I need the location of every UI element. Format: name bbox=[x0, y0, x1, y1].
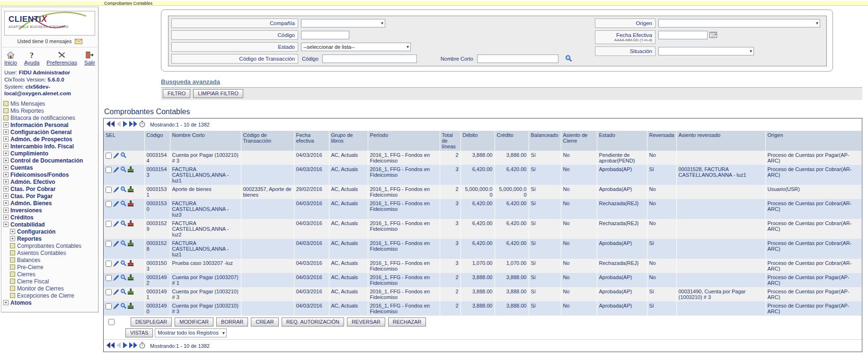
help-button[interactable]: ? Ayuda bbox=[24, 51, 39, 65]
crear-button[interactable]: CREAR bbox=[251, 318, 279, 327]
row-checkbox[interactable] bbox=[106, 153, 112, 159]
approval-stamp-icon-green[interactable] bbox=[127, 303, 134, 310]
approval-stamp-icon-red[interactable] bbox=[127, 220, 134, 227]
edit-pencil-icon[interactable] bbox=[113, 200, 119, 208]
approval-stamp-icon-red[interactable] bbox=[127, 260, 134, 267]
expand-plus-icon[interactable]: + bbox=[3, 193, 9, 199]
view-magnifier-icon[interactable] bbox=[120, 303, 126, 310]
req-autorizaci-n-button[interactable]: REQ. AUTORIZACIÓN bbox=[282, 318, 344, 327]
edit-pencil-icon[interactable] bbox=[113, 220, 119, 227]
edit-pencil-icon[interactable] bbox=[113, 303, 119, 310]
view-magnifier-icon[interactable] bbox=[120, 220, 126, 227]
desplegar-button[interactable]: DESPLEGAR bbox=[131, 318, 172, 327]
row-checkbox[interactable] bbox=[106, 303, 112, 309]
view-magnifier-icon[interactable] bbox=[120, 260, 126, 267]
sidebar-item-asientos-contables[interactable]: Asientos Contables bbox=[10, 249, 97, 256]
company-select[interactable] bbox=[301, 19, 385, 27]
approval-stamp-icon-green[interactable] bbox=[127, 289, 134, 296]
next-page-icon[interactable] bbox=[123, 342, 128, 349]
expand-plus-icon[interactable]: + bbox=[3, 300, 9, 305]
approval-stamp-icon-green[interactable] bbox=[127, 166, 134, 173]
sidebar-item-pre-cierre[interactable]: Pre-Cierre bbox=[10, 263, 97, 271]
sidebar-item-intercambio-info-fiscal[interactable]: +Intercambio Info. Fiscal bbox=[3, 143, 97, 150]
first-page-icon[interactable] bbox=[106, 342, 115, 349]
row-checkbox[interactable] bbox=[106, 187, 112, 193]
view-magnifier-icon[interactable] bbox=[120, 186, 126, 193]
next-page-icon[interactable] bbox=[123, 121, 128, 128]
origen-select[interactable] bbox=[658, 19, 820, 27]
vistas-button[interactable]: VISTAS bbox=[125, 328, 153, 337]
preferences-button[interactable]: Preferencias bbox=[46, 51, 77, 65]
estado-select[interactable]: --seleccionar de lista-- bbox=[301, 43, 411, 51]
sidebar-item-configuraci-n[interactable]: +Configuración bbox=[10, 228, 97, 235]
sidebar-item-balances[interactable]: Balances bbox=[10, 256, 97, 263]
view-magnifier-icon[interactable] bbox=[120, 240, 126, 247]
situacion-select[interactable] bbox=[658, 47, 754, 55]
sidebar-item-adm-n-efectivo[interactable]: +Admón. Efectivo bbox=[3, 178, 97, 185]
sidebar-item-inversiones[interactable]: +Inversiones bbox=[3, 207, 97, 214]
sidebar-item-fideicomisos-fondos[interactable]: +Fideicomisos/Fondos bbox=[3, 171, 97, 178]
limpiar-filtro-button[interactable]: LIMPIAR FILTRO bbox=[193, 89, 243, 98]
sidebar-item-mis-mensajes[interactable]: Mis Mensajes bbox=[3, 100, 97, 107]
expand-plus-icon[interactable]: + bbox=[3, 136, 9, 142]
first-page-icon[interactable] bbox=[106, 121, 115, 128]
expand-plus-icon[interactable]: + bbox=[3, 151, 9, 156]
row-checkbox[interactable] bbox=[106, 289, 112, 295]
filtro-button[interactable]: FILTRO bbox=[163, 89, 190, 98]
sidebar-item-atomos[interactable]: +Atomos bbox=[3, 299, 97, 306]
sidebar-item-informaci-n-personal[interactable]: +Información Personal bbox=[3, 121, 97, 128]
fecha-input[interactable] bbox=[658, 31, 708, 39]
edit-pencil-icon[interactable] bbox=[113, 186, 119, 193]
sidebar-item-mis-reportes[interactable]: Mis Reportes bbox=[3, 107, 97, 114]
prev-page-icon[interactable] bbox=[116, 121, 121, 128]
approval-stamp-icon-green[interactable] bbox=[127, 186, 134, 193]
expand-plus-icon[interactable]: + bbox=[3, 165, 9, 170]
sidebar-item-reportes[interactable]: +Reportes bbox=[10, 235, 97, 242]
expand-plus-icon[interactable]: + bbox=[3, 215, 9, 220]
sidebar-item-configuraci-n-general[interactable]: +Configuración General bbox=[3, 128, 97, 136]
view-magnifier-icon[interactable] bbox=[120, 289, 126, 296]
exit-button[interactable]: Salir bbox=[84, 51, 95, 65]
prev-page-icon[interactable] bbox=[116, 342, 121, 349]
refresh-timer-icon[interactable] bbox=[139, 342, 146, 350]
row-checkbox[interactable] bbox=[106, 221, 112, 227]
expand-plus-icon[interactable]: + bbox=[3, 186, 9, 191]
view-magnifier-icon[interactable] bbox=[120, 274, 126, 281]
sidebar-item-monitor-de-cierres[interactable]: Monitor de Cierres bbox=[10, 285, 97, 292]
sidebar-item-cumplimiento[interactable]: +Cumplimiento bbox=[3, 150, 97, 157]
edit-pencil-icon[interactable] bbox=[113, 166, 119, 173]
expand-plus-icon[interactable]: + bbox=[3, 129, 9, 135]
code-input[interactable] bbox=[301, 31, 349, 39]
sidebar-item-cierres[interactable]: Cierres bbox=[10, 271, 97, 278]
expand-plus-icon[interactable]: + bbox=[3, 158, 9, 163]
expand-plus-icon[interactable]: + bbox=[3, 144, 9, 149]
expand-plus-icon[interactable]: + bbox=[3, 200, 9, 206]
advanced-search-link[interactable]: Busqueda avanzada bbox=[161, 78, 220, 85]
calendar-icon[interactable] bbox=[709, 31, 717, 39]
sidebar-item-bitacora-de-notificaciones[interactable]: Bitacora de notificaciones bbox=[3, 114, 97, 121]
expand-plus-icon[interactable]: + bbox=[10, 229, 15, 234]
approval-stamp-icon-green[interactable] bbox=[127, 274, 134, 281]
view-magnifier-icon[interactable] bbox=[120, 166, 126, 173]
sidebar-item-adm-n-de-prospectos[interactable]: +Admón. de Prospectos bbox=[3, 136, 97, 143]
sidebar-item-cr-ditos[interactable]: +Créditos bbox=[3, 214, 97, 221]
select-all-checkbox[interactable] bbox=[108, 319, 115, 325]
row-checkbox[interactable] bbox=[106, 261, 112, 267]
edit-pencil-icon[interactable] bbox=[113, 274, 119, 281]
sidebar-item-excepciones-de-cierre[interactable]: Excepciones de Cierre bbox=[10, 292, 97, 299]
rechazar-button[interactable]: RECHAZAR bbox=[388, 318, 426, 327]
borrar-button[interactable]: BORRAR bbox=[216, 318, 248, 327]
edit-pencil-icon[interactable] bbox=[113, 289, 119, 296]
edit-pencil-icon[interactable] bbox=[113, 260, 119, 267]
sidebar-item-contabilidad[interactable]: +Contabilidad bbox=[3, 221, 97, 228]
home-button[interactable]: Inicio bbox=[4, 51, 17, 65]
trans-nombre-input[interactable] bbox=[477, 54, 558, 63]
sidebar-item-ctas-por-pagar[interactable]: +Ctas. Por Pagar bbox=[3, 192, 97, 200]
last-page-icon[interactable] bbox=[129, 121, 137, 128]
row-checkbox[interactable] bbox=[106, 275, 112, 281]
row-checkbox[interactable] bbox=[106, 201, 112, 207]
sidebar-item-control-de-documentaci-n[interactable]: +Control de Documentación bbox=[3, 157, 97, 164]
search-icon[interactable] bbox=[565, 55, 572, 63]
sidebar-item-comprobantes-contables[interactable]: Comprobantes Contables bbox=[10, 242, 97, 249]
approval-stamp-icon-green[interactable] bbox=[127, 240, 134, 247]
